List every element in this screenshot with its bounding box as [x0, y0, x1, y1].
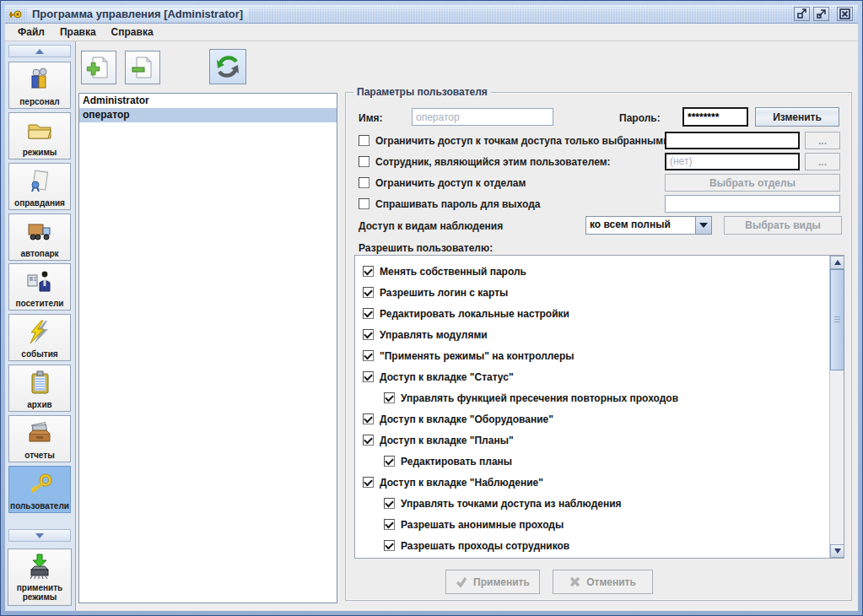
sidebar-item-label: оправдания: [14, 198, 65, 208]
sidebar-scroll-down[interactable]: [8, 529, 71, 542]
sidebar-item-label: пользователи: [10, 501, 69, 511]
checked-checkbox-icon[interactable]: [363, 308, 374, 319]
employee-link-checkbox[interactable]: [359, 156, 369, 167]
employee-more-button[interactable]: ...: [805, 153, 840, 170]
sidebar-item-visitors[interactable]: посетители: [8, 263, 71, 311]
change-password-button[interactable]: Изменить: [755, 107, 839, 127]
permission-row[interactable]: Доступ к вкладке "Оборудование": [355, 408, 829, 430]
apply-button-label: Применить: [473, 576, 530, 588]
permission-row[interactable]: Доступ к вкладке "Планы": [355, 430, 829, 451]
permission-row[interactable]: Разрешать проходы сотрудников: [355, 535, 829, 556]
chevron-down-icon: [834, 548, 841, 554]
apply-button[interactable]: Применить: [445, 570, 540, 594]
name-label: Имя:: [359, 112, 383, 124]
permission-row[interactable]: Менять собственный пароль: [355, 261, 829, 282]
ask-exit-password-checkbox[interactable]: [359, 198, 369, 209]
permission-row[interactable]: Доступ к вкладке "Наблюдение": [355, 472, 829, 493]
x-icon: [569, 576, 580, 587]
checked-checkbox-icon[interactable]: [384, 519, 395, 530]
cancel-button[interactable]: Отменить: [553, 570, 653, 594]
checked-checkbox-icon[interactable]: [363, 287, 374, 298]
access-points-more-button[interactable]: ...: [805, 132, 840, 149]
permission-row[interactable]: Управлять модулями: [355, 324, 829, 345]
sidebar-item-personnel[interactable]: персонал: [8, 62, 71, 109]
add-user-button[interactable]: [81, 51, 116, 84]
apply-modes-button[interactable]: применить режимы: [8, 548, 72, 606]
menu-edit[interactable]: Правка: [54, 24, 102, 40]
group-title: Параметры пользователя: [353, 86, 491, 98]
permission-row[interactable]: Разрешить логин с карты: [355, 282, 829, 303]
checked-checkbox-icon[interactable]: [363, 413, 374, 424]
folder-icon: [25, 113, 54, 148]
sidebar-item-events[interactable]: события: [8, 314, 71, 361]
name-field: [412, 108, 553, 126]
sidebar-item-fleet[interactable]: автопарк: [8, 213, 71, 261]
close-button[interactable]: [837, 7, 853, 21]
list-item-operator[interactable]: оператор: [79, 108, 337, 122]
sidebar-item-modes[interactable]: режимы: [8, 112, 71, 159]
checked-checkbox-icon[interactable]: [363, 371, 374, 382]
select-departments-button[interactable]: Выбрать отделы: [665, 174, 840, 192]
window-title: Программа управления [Administrator]: [27, 8, 248, 20]
sidebar-item-label: события: [21, 349, 57, 359]
chevron-down-icon: [35, 533, 44, 538]
sidebar-scroll-up[interactable]: [8, 45, 71, 57]
remove-user-button[interactable]: [125, 51, 160, 84]
add-user-icon: [86, 55, 111, 80]
sidebar-item-users[interactable]: пользователи: [8, 466, 71, 513]
select-views-button[interactable]: Выбрать виды: [724, 216, 842, 235]
restrict-access-points-checkbox[interactable]: [359, 135, 369, 146]
permission-row[interactable]: "Применять режимы" на контроллеры: [355, 345, 829, 366]
scroll-up-button[interactable]: [830, 256, 844, 269]
password-field[interactable]: [682, 107, 748, 127]
access-points-field[interactable]: [665, 132, 800, 149]
close-icon: [839, 8, 850, 19]
scrollbar-thumb[interactable]: [830, 269, 844, 370]
people-icon: [25, 62, 54, 97]
cardfile-icon: [25, 416, 54, 451]
permission-row[interactable]: Управлять точками доступа из наблюдения: [355, 493, 829, 514]
restrict-departments-checkbox[interactable]: [359, 177, 369, 188]
sidebar-item-excuses[interactable]: оправдания: [8, 163, 71, 210]
checked-checkbox-icon[interactable]: [363, 477, 374, 488]
permission-row[interactable]: Управлять функцией пресечения повторных …: [355, 387, 829, 408]
sidebar-item-reports[interactable]: отчеты: [8, 415, 71, 462]
sidebar-item-label: архив: [27, 400, 51, 409]
main-area: Administrator оператор Параметры пользов…: [76, 41, 858, 611]
window-inner: Программа управления [Administrator]: [5, 5, 858, 611]
clipboard-icon: [25, 365, 54, 400]
sidebar: персонал режимы оправдания автопарк: [5, 41, 76, 611]
truck-icon: [25, 214, 54, 249]
maximize-button[interactable]: [813, 7, 829, 21]
sidebar-item-archive[interactable]: архив: [8, 365, 71, 412]
cancel-button-label: Отменить: [586, 576, 636, 588]
menu-file[interactable]: Файл: [12, 24, 51, 40]
list-item-administrator[interactable]: Administrator: [79, 94, 337, 108]
permission-row[interactable]: Редактировать планы: [355, 451, 829, 472]
checked-checkbox-icon[interactable]: [363, 435, 374, 446]
scroll-down-button[interactable]: [830, 544, 844, 558]
view-access-combobox[interactable]: ко всем полный: [585, 216, 712, 235]
checked-checkbox-icon[interactable]: [384, 540, 395, 551]
checked-checkbox-icon[interactable]: [363, 350, 374, 361]
permission-row[interactable]: Разрешать анонимные проходы: [355, 514, 829, 535]
exit-password-field[interactable]: [665, 195, 840, 213]
checked-checkbox-icon[interactable]: [363, 329, 374, 340]
menu-help[interactable]: Справка: [105, 24, 159, 40]
refresh-button[interactable]: [209, 49, 246, 84]
checked-checkbox-icon[interactable]: [384, 498, 395, 509]
visitor-icon: [25, 264, 54, 299]
permission-row[interactable]: Редактировать локальные настройки: [355, 303, 829, 324]
checked-checkbox-icon[interactable]: [363, 266, 374, 277]
combo-arrow-button[interactable]: [695, 217, 711, 234]
chevron-up-icon: [35, 49, 44, 54]
chip-apply-icon: [24, 553, 55, 581]
permissions-list: Менять собственный пароль Разрешить логи…: [354, 255, 844, 559]
view-access-label: Доступ к видам наблюдения: [359, 220, 503, 232]
permission-row[interactable]: Доступ к вкладке "Статус": [355, 366, 829, 387]
menu-bar: Файл Правка Справка: [5, 24, 858, 41]
vertical-scrollbar[interactable]: [829, 256, 844, 558]
minimize-button[interactable]: [794, 7, 810, 21]
checked-checkbox-icon[interactable]: [384, 456, 395, 467]
checked-checkbox-icon[interactable]: [384, 392, 395, 403]
